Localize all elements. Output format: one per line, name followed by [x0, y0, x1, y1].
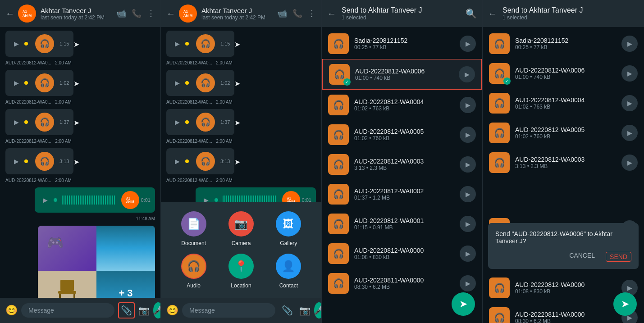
audio-bubble-2-4[interactable]: ▶ 🎧 3:13 [166, 148, 234, 174]
file-name-1: AUD-20220812-WA0006 [355, 68, 459, 75]
conf-file-3[interactable]: 🎧 AUD-20220812-WA0005 01:02 • 760 kB ▶ [483, 118, 644, 148]
file-info-0: Sadia-2208121152 00:25 • 77 kB [354, 37, 460, 50]
file-play-7[interactable]: ▶ [460, 246, 476, 262]
mic-button-2[interactable]: 🎤 [314, 302, 322, 318]
conf-play-2[interactable]: ▶ [621, 95, 638, 111]
attach-icon-2[interactable]: 📎 [279, 302, 296, 318]
file-item-4[interactable]: 🎧 AUD-20220812-WA0003 3:13 • 2.3 MB ▶ [322, 150, 482, 179]
audio-bubble-4[interactable]: ▶ 🎧 3:13 [5, 148, 73, 174]
file-item-3[interactable]: 🎧 AUD-20220812-WA0005 01:02 • 760 kB ▶ [322, 120, 482, 150]
fwd-2-2[interactable]: ➤ [234, 79, 240, 88]
play-2-4[interactable]: ▶ [171, 155, 183, 168]
forward-icon-4[interactable]: ➤ [73, 158, 79, 166]
conf-play-1[interactable]: ▶ [621, 65, 638, 82]
chair-icon [54, 275, 81, 298]
confirm-back-button[interactable]: ← [488, 9, 497, 19]
audio-row-2-4: ▶ 🎧 3:13 ➤ [166, 148, 316, 175]
file-item-7[interactable]: 🎧 AUD-20220812-WA0000 01:08 • 830 kB ▶ [322, 239, 482, 268]
file-play-3[interactable]: ▶ [460, 127, 476, 143]
fwd-2-4[interactable]: ➤ [234, 158, 240, 166]
file-play-4[interactable]: ▶ [460, 156, 476, 173]
conf-file-0[interactable]: 🎧 Sadia-2208121152 00:25 • 77 kB ▶ [483, 29, 644, 59]
files-search-icon[interactable]: 🔍 [466, 8, 477, 19]
more-options-icon-2[interactable]: ⋮ [308, 9, 316, 18]
file-play-8[interactable]: ▶ [460, 275, 476, 291]
confirm-send-button[interactable]: ➤ [613, 292, 637, 316]
file-item-0[interactable]: 🎧 Sadia-2208121152 00:25 • 77 kB ▶ [322, 29, 482, 59]
message-input-1[interactable] [21, 303, 114, 318]
fwd-2-1[interactable]: ➤ [234, 40, 240, 49]
file-item-1[interactable]: 🎧 ✓ AUD-20220812-WA0006 01:00 • 740 kB ▶ [322, 59, 482, 90]
attach-icon-1[interactable]: 📎 [118, 302, 135, 318]
files-send-button[interactable]: ➤ [452, 292, 475, 316]
attach-contact[interactable]: 👤 Contact [276, 254, 301, 289]
emoji-icon-2[interactable]: 😊 [166, 305, 178, 316]
audio-bubble-2-2[interactable]: ▶ 🎧 1:02 [166, 70, 234, 96]
conf-play-0[interactable]: ▶ [621, 36, 638, 52]
video-call-icon[interactable]: 📹 [116, 9, 126, 18]
more-options-icon[interactable]: ⋮ [147, 9, 155, 18]
conf-file-2[interactable]: 🎧 AUD-20220812-WA0004 01:02 • 763 kB ▶ [483, 88, 644, 118]
mic-button-1[interactable]: 🎤 [153, 302, 161, 318]
file-play-2[interactable]: ▶ [460, 97, 476, 113]
file-play-5[interactable]: ▶ [460, 186, 476, 202]
file-item-5[interactable]: 🎧 AUD-20220812-WA0002 01:37 • 1.2 MB ▶ [322, 179, 482, 209]
attach-camera[interactable]: 📷 Camera [228, 211, 254, 246]
audio-bubble-3[interactable]: ▶ 🎧 1:37 [5, 109, 73, 135]
file-play-0[interactable]: ▶ [460, 36, 476, 52]
attach-popup: 📄 Document 📷 Camera 🖼 Gallery 🎧 Audio 📍 … [161, 202, 321, 298]
play-icon-sent[interactable]: ▶ [39, 194, 52, 206]
attach-document[interactable]: 📄 Document [181, 211, 206, 246]
file-play-1[interactable]: ▶ [459, 66, 475, 82]
fwd-2-3[interactable]: ➤ [234, 118, 240, 127]
camera-attach-icon: 📷 [228, 211, 254, 237]
audio-bubble-1[interactable]: ▶ 🎧 1:15 [5, 31, 73, 57]
input-bar-2: 😊 📎 📷 🎤 [161, 298, 321, 323]
image-grid[interactable]: 🎮 + 3 [38, 226, 155, 298]
file-info-1: AUD-20220812-WA0006 01:00 • 740 kB [355, 68, 459, 81]
message-input-2[interactable] [182, 303, 275, 318]
audio-meta-sent: 11:48 AM [136, 216, 155, 221]
send-confirm-button[interactable]: SEND [606, 252, 631, 262]
attach-audio[interactable]: 🎧 Audio [181, 254, 206, 289]
conf-file-1[interactable]: 🎧 ✓ AUD-20220812-WA0006 01:00 • 740 kB ▶ [483, 59, 644, 88]
gallery-label: Gallery [280, 240, 297, 246]
conf-play-3[interactable]: ▶ [621, 125, 638, 141]
forward-icon-2[interactable]: ➤ [73, 79, 79, 88]
back-button-2[interactable]: ← [166, 9, 175, 19]
back-button-1[interactable]: ← [5, 9, 14, 19]
forward-icon-1[interactable]: ➤ [73, 40, 79, 49]
file-icon-4: 🎧 [328, 154, 349, 175]
audio-bubble-2[interactable]: ▶ 🎧 1:02 [5, 70, 73, 96]
attach-location[interactable]: 📍 Location [228, 254, 254, 289]
cancel-button[interactable]: CANCEL [569, 252, 595, 262]
file-play-6[interactable]: ▶ [460, 216, 476, 232]
file-item-6[interactable]: 🎧 AUD-20220812-WA0001 01:15 • 0.91 MB ▶ [322, 209, 482, 239]
play-2-3[interactable]: ▶ [171, 116, 183, 128]
conf-play-4[interactable]: ▶ [621, 155, 638, 171]
video-call-icon-2[interactable]: 📹 [277, 9, 287, 18]
camera-icon-1[interactable]: 📷 [138, 305, 150, 316]
play-icon-3[interactable]: ▶ [10, 116, 23, 128]
play-2-1[interactable]: ▶ [171, 37, 183, 50]
file-icon-0: 🎧 [328, 33, 349, 54]
file-name-8: AUD-20220811-WA0000 [354, 277, 460, 284]
conf-file-4[interactable]: 🎧 AUD-20220812-WA0003 3:13 • 2.3 MB ▶ [483, 148, 644, 177]
voice-call-icon[interactable]: 📞 [132, 9, 142, 18]
camera-icon-2[interactable]: 📷 [299, 305, 311, 316]
audio-bubble-2-3[interactable]: ▶ 🎧 1:37 [166, 109, 234, 135]
chat-panel-2: ← A1ANIM Akhtar Tanveer J last seen toda… [161, 0, 322, 323]
forward-icon-3[interactable]: ➤ [73, 118, 79, 127]
play-icon-1[interactable]: ▶ [10, 37, 23, 50]
play-icon-2[interactable]: ▶ [10, 77, 23, 89]
attach-gallery[interactable]: 🖼 Gallery [276, 211, 301, 246]
files-back-button[interactable]: ← [327, 9, 336, 19]
play-2-2[interactable]: ▶ [171, 77, 183, 89]
audio-bubble-sent[interactable]: ▶ A1ANIM 0:01 [35, 187, 155, 213]
emoji-icon-1[interactable]: 😊 [5, 305, 18, 316]
file-item-2[interactable]: 🎧 AUD-20220812-WA0004 01:02 • 763 kB ▶ [322, 90, 482, 120]
duration-4: 3:13 [59, 159, 69, 164]
audio-bubble-2-1[interactable]: ▶ 🎧 1:15 [166, 31, 234, 57]
play-icon-4[interactable]: ▶ [10, 155, 23, 168]
voice-call-icon-2[interactable]: 📞 [292, 9, 302, 18]
